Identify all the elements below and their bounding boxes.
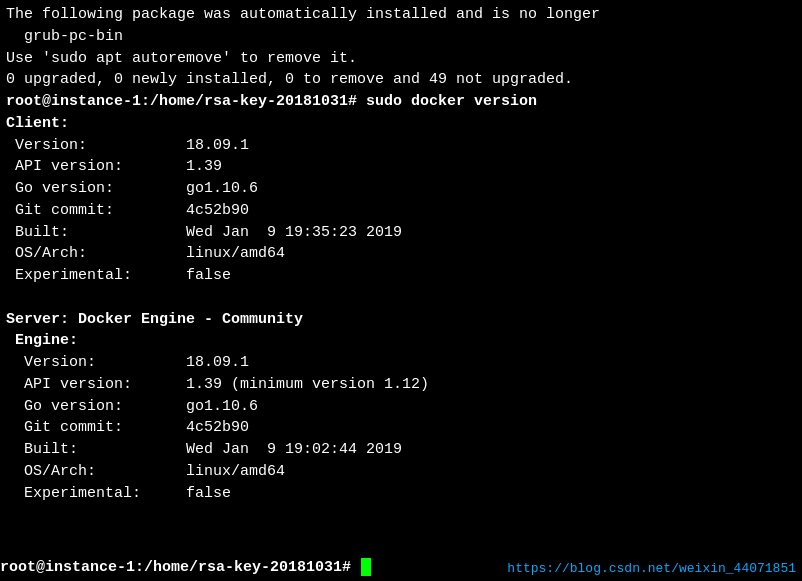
cursor [361, 558, 371, 576]
line-22: OS/Arch: linux/amd64 [6, 461, 796, 483]
line-21: Built: Wed Jan 9 19:02:44 2019 [6, 439, 796, 461]
terminal-output: The following package was automatically … [6, 4, 796, 504]
line-19: Go version: go1.10.6 [6, 396, 796, 418]
line-18: API version: 1.39 (minimum version 1.12) [6, 374, 796, 396]
terminal-window[interactable]: The following package was automatically … [0, 0, 802, 581]
terminal-status-bar: root@instance-1:/home/rsa-key-20181031# … [0, 553, 802, 581]
line-13: Experimental: false [6, 265, 796, 287]
line-6-client: Client: [6, 113, 796, 135]
line-1: The following package was automatically … [6, 4, 796, 26]
line-9: Go version: go1.10.6 [6, 178, 796, 200]
line-2: grub-pc-bin [6, 26, 796, 48]
line-17: Version: 18.09.1 [6, 352, 796, 374]
line-4: 0 upgraded, 0 newly installed, 0 to remo… [6, 69, 796, 91]
last-prompt: root@instance-1:/home/rsa-key-20181031# [0, 559, 360, 576]
line-12: OS/Arch: linux/amd64 [6, 243, 796, 265]
line-20: Git commit: 4c52b90 [6, 417, 796, 439]
line-5-prompt: root@instance-1:/home/rsa-key-20181031# … [6, 91, 796, 113]
line-23: Experimental: false [6, 483, 796, 505]
line-3: Use 'sudo apt autoremove' to remove it. [6, 48, 796, 70]
line-16-engine: Engine: [6, 330, 796, 352]
line-7: Version: 18.09.1 [6, 135, 796, 157]
line-8: API version: 1.39 [6, 156, 796, 178]
line-15-server: Server: Docker Engine - Community [6, 309, 796, 331]
line-11: Built: Wed Jan 9 19:35:23 2019 [6, 222, 796, 244]
watermark-url: https://blog.csdn.net/weixin_44071851 [507, 561, 796, 576]
line-10: Git commit: 4c52b90 [6, 200, 796, 222]
line-14-empty [6, 287, 796, 309]
